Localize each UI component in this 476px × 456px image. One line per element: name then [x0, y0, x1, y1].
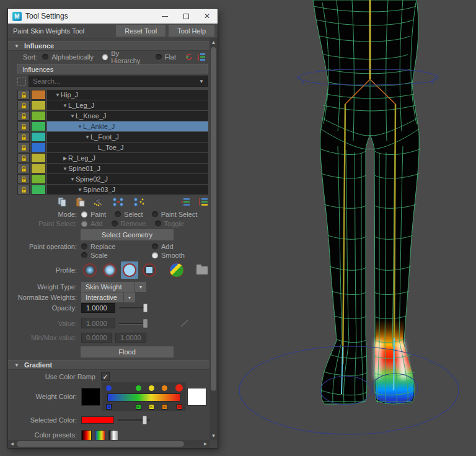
radio-icon[interactable]: [152, 211, 158, 217]
radio-icon[interactable]: [81, 211, 87, 217]
ramp-stop-handle[interactable]: [149, 385, 154, 391]
selection-filter-icon[interactable]: [17, 77, 26, 86]
paint-operation-radio-replace[interactable]: Replace: [81, 243, 147, 250]
influence-row-Spine01_J[interactable]: ▼Spine01_J: [17, 164, 208, 173]
sort-radio-flat[interactable]: Flat: [156, 50, 176, 64]
window-titlebar[interactable]: M Tool Settings ✕: [8, 9, 218, 24]
influence-name-cell[interactable]: ▶R_Leg_J: [47, 153, 208, 163]
radio-icon[interactable]: [42, 54, 48, 60]
collapse-arrow-icon[interactable]: ▼: [62, 166, 68, 172]
influence-row-L_Leg_J[interactable]: ▼L_Leg_J: [17, 100, 208, 110]
paint-operation-radio-smooth[interactable]: Smooth: [152, 252, 209, 259]
ramp-stop-delete[interactable]: ✕: [177, 404, 182, 410]
ramp-stop-delete[interactable]: ✕: [136, 404, 141, 410]
lock-icon[interactable]: [17, 142, 30, 152]
lock-icon[interactable]: [17, 111, 30, 121]
browse-brush-folder-icon[interactable]: [196, 266, 208, 274]
influence-name-cell[interactable]: ▼Spine02_J: [47, 174, 208, 184]
color-preset-black-red-yellow[interactable]: [81, 430, 92, 441]
expand-list-icon[interactable]: [198, 198, 208, 206]
collapse-list-icon[interactable]: [180, 198, 190, 206]
influence-color-swatch[interactable]: [31, 185, 46, 195]
influence-row-Hip_J[interactable]: ▼Hip_J: [17, 90, 208, 100]
influence-color-swatch[interactable]: [31, 121, 46, 131]
collapse-arrow-icon[interactable]: ▼: [69, 113, 76, 119]
influence-row-L_Foot_J[interactable]: ▼L_Foot_J: [17, 132, 208, 142]
close-button[interactable]: ✕: [196, 9, 218, 24]
select-geometry-button[interactable]: Select Geometry: [81, 229, 174, 240]
brush-profile-square[interactable]: [141, 261, 158, 279]
reset-tool-button[interactable]: Reset Tool: [116, 25, 165, 37]
lock-icon[interactable]: [17, 100, 30, 110]
influence-row-L_Toe_J[interactable]: L_Toe_J: [17, 142, 208, 152]
ramp-stop-handle[interactable]: [106, 385, 112, 391]
influence-row-L_Ankle_J[interactable]: ▼L_Ankle_J: [17, 121, 208, 131]
collapse-arrow-icon[interactable]: ▼: [77, 187, 83, 193]
collapse-arrow-icon[interactable]: ▼: [84, 134, 90, 140]
lock-icon[interactable]: [17, 164, 30, 173]
brush-profile-solid[interactable]: [121, 261, 138, 279]
influence-name-cell[interactable]: ▼Spine03_J: [47, 185, 208, 195]
use-color-ramp-checkbox[interactable]: ✓: [101, 372, 110, 381]
search-dropdown-icon[interactable]: ▼: [195, 79, 208, 84]
sort-order-icon[interactable]: [197, 53, 206, 61]
influences-tab[interactable]: Influences: [17, 64, 208, 74]
rainbow-brush-icon[interactable]: [169, 263, 184, 278]
influence-color-swatch[interactable]: [31, 174, 46, 184]
ramp-stop-handle[interactable]: [162, 385, 167, 391]
refresh-sort-icon[interactable]: [185, 53, 193, 61]
paint-operation-radio-add[interactable]: Add: [152, 243, 209, 250]
radio-icon[interactable]: [102, 54, 108, 60]
gradient-section-header[interactable]: ▼ Gradient: [8, 360, 209, 370]
radio-icon[interactable]: [152, 252, 158, 258]
lock-icon[interactable]: [17, 132, 30, 142]
weight-color-white-swatch[interactable]: [187, 388, 206, 406]
influence-row-Spine03_J[interactable]: ▼Spine03_J: [17, 185, 208, 195]
color-ramp-gradient[interactable]: [107, 393, 180, 401]
ramp-stop-delete[interactable]: ✕: [162, 404, 167, 410]
selected-color-swatch[interactable]: [81, 416, 114, 424]
lock-icon[interactable]: [17, 185, 30, 195]
search-input[interactable]: [29, 77, 195, 85]
scroll-right-icon[interactable]: ►: [201, 440, 209, 448]
brush-profile-soft[interactable]: [101, 261, 118, 279]
right-ankle-joint[interactable]: [394, 338, 394, 390]
scroll-up-icon[interactable]: ▲: [209, 38, 218, 46]
opacity-slider[interactable]: [119, 304, 148, 312]
ramp-stop-delete[interactable]: ✕: [106, 404, 112, 410]
mode-radio-paint[interactable]: Paint: [81, 211, 106, 218]
influence-color-swatch[interactable]: [31, 153, 46, 163]
influence-row-L_Knee_J[interactable]: ▼L_Knee_J: [17, 111, 208, 121]
mode-radio-paint-select[interactable]: Paint Select: [152, 211, 198, 218]
influence-row-Spine02_J[interactable]: ▼Spine02_J: [17, 174, 208, 184]
color-ramp-widget[interactable]: ✕✕✕✕✕: [102, 382, 186, 411]
ramp-stop-handle[interactable]: [175, 384, 183, 392]
lock-icon[interactable]: [17, 121, 30, 131]
maximize-button[interactable]: [175, 9, 196, 24]
lock-icon[interactable]: [17, 174, 30, 184]
vertical-scrollbar-thumb[interactable]: [211, 47, 216, 391]
color-preset-grayscale[interactable]: [108, 430, 119, 441]
weight-hammer-icon[interactable]: [93, 197, 104, 207]
radio-icon[interactable]: [81, 243, 87, 250]
tool-help-button[interactable]: Tool Help: [169, 25, 214, 37]
horizontal-scrollbar-thumb[interactable]: [17, 441, 184, 447]
influence-color-swatch[interactable]: [31, 164, 46, 173]
influence-color-swatch[interactable]: [31, 111, 46, 121]
flood-button[interactable]: Flood: [81, 346, 174, 357]
collapse-arrow-icon[interactable]: ▼: [62, 103, 68, 108]
color-preset-rainbow[interactable]: [95, 430, 105, 441]
ramp-stop-handle[interactable]: [136, 385, 141, 391]
influence-row-R_Leg_J[interactable]: ▶R_Leg_J: [17, 153, 208, 163]
scroll-down-icon[interactable]: ▼: [209, 432, 218, 440]
selected-color-slider[interactable]: [118, 416, 150, 424]
influence-name-cell[interactable]: ▼L_Knee_J: [47, 111, 208, 121]
paint-operation-radio-scale[interactable]: Scale: [81, 252, 147, 259]
radio-icon[interactable]: [152, 243, 158, 250]
sort-radio-by-hierarchy[interactable]: By Hierarchy: [102, 50, 147, 64]
collapse-arrow-icon[interactable]: ▼: [77, 124, 83, 129]
ramp-stop-delete[interactable]: ✕: [149, 404, 154, 410]
influence-name-cell[interactable]: ▼L_Leg_J: [47, 100, 208, 110]
influence-color-swatch[interactable]: [31, 132, 46, 142]
lock-icon[interactable]: [17, 90, 30, 100]
